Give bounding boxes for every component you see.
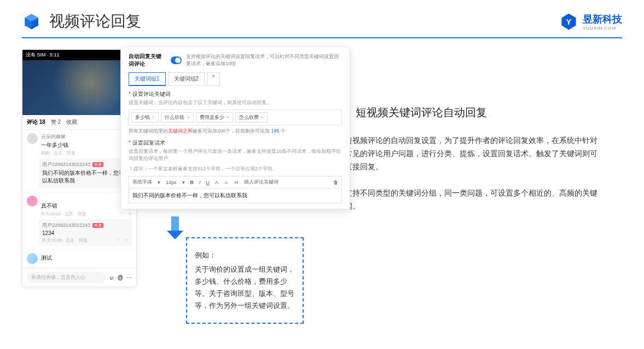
kw-count-note: 所有关键词组里的关键词之和最多可添加200个，目前剩余可添加 195 个 [129, 128, 342, 135]
reply-user: 用户22992143022243 [42, 162, 90, 167]
page-title: 视频评论回复 [49, 11, 141, 32]
svg-text:Y: Y [566, 17, 572, 26]
commenter-name: 云朵的赫赫 [41, 133, 132, 140]
emoji-icon[interactable]: ☺ [109, 274, 114, 281]
example-box: 例如： 关于询价的设置成一组关键词，多少钱、什么价格，费用多少等。关于咨询班型、… [186, 237, 304, 324]
chip: 多少钱× [131, 112, 159, 123]
cube-icon [22, 12, 41, 31]
brand-logo: Y 昱新科技 YUUXIN.COM [559, 12, 622, 31]
reply-hint: 设置回复话术，每回复一个用户评论只发送一条话术，最多支持设置10条不同话术，按添… [129, 148, 342, 162]
auto-reply-desc: 支持根据评论的关键词设置回复话术，可以针对不同类型关键词设置回复话术，最多添加1… [186, 53, 342, 67]
tab-comments[interactable]: 评论 18 [27, 118, 45, 126]
commenter-name [41, 196, 132, 201]
kw-label: 设置评论关键词 [132, 91, 171, 97]
kw-chips[interactable]: 多少钱× 什么价格× 费用是多少× 怎么收费× [129, 110, 342, 125]
author-badge: 作者 [92, 162, 103, 167]
settings-panel: 自动回复关键词评论 支持根据评论的关键词设置回复话术，可以针对不同类型关键词设置… [120, 47, 350, 209]
avatar [27, 133, 38, 144]
avatar [27, 196, 38, 207]
editor-content[interactable]: 我们不同的版本价格不一样，您可以私信联系我 [129, 188, 342, 203]
reply-tip: ！提示：一个富文本框最多支持512个字符，一个汉字占用2个字符。 [129, 165, 342, 173]
tab-fav[interactable]: 收藏 [66, 118, 77, 126]
chip: 怎么收费× [235, 112, 268, 123]
brand-sub: YUUXIN.COM [583, 26, 622, 31]
at-icon[interactable]: @ [118, 274, 123, 281]
comment-meta: 刚刚 · 北京 回复♡ ☆ [41, 150, 132, 156]
comment-text: 真不错 [41, 202, 132, 210]
reply-text: 我们不同的版本价格不一样，您可以私信联系我 [42, 169, 129, 185]
example-heading: 例如： [195, 249, 295, 261]
bullet-2: 支持不同类型的关键词分组，同一类问题，可设置多个相近的、高频的关键词。 [345, 187, 602, 213]
bullet-1: 短视频评论的自动回复设置，为了提升作者的评论回复效率，在系统中针对常见的评论用户… [345, 134, 602, 173]
phone-mock: 没有 SIM · 5:11 评论 18 赞 2 收藏 云朵的赫赫 一年多少钱 刚… [22, 49, 137, 287]
kw-hint: 设置关键词，当评论内容包含了以下关键词，则系统可自动回复。 [129, 99, 342, 106]
kw-group-tab-1[interactable]: 关键词组1 [129, 72, 166, 86]
comment-text: 一年多少钱 [41, 141, 132, 149]
avatar [27, 253, 38, 264]
phone-video-thumb [22, 60, 136, 115]
chip: 什么价格× [161, 112, 193, 123]
arrow-down-icon [167, 216, 183, 238]
brand-name: 昱新科技 [583, 13, 622, 26]
phone-statusbar: 没有 SIM · 5:11 [22, 50, 136, 60]
comment-input[interactable]: 善语结善缘，恶言伤人心 [27, 272, 106, 283]
auto-reply-label: 自动回复关键词评论 [129, 53, 166, 68]
chip: 费用是多少× [196, 112, 233, 123]
auto-reply-toggle[interactable] [171, 56, 182, 64]
phone-tabs: 评论 18 赞 2 收藏 [22, 115, 136, 130]
reply-label: 设置回复话术 [132, 140, 165, 146]
editor-toolbar[interactable]: 系统字体▾ 14px▾ BIUA☺⇔ 插入评论关键词 🗑 [129, 176, 342, 188]
add-group-button[interactable]: + [207, 72, 220, 86]
brand-icon: Y [559, 12, 578, 31]
tab-likes[interactable]: 赞 2 [51, 118, 61, 126]
kw-group-tab-2[interactable]: 关键词组2 [168, 72, 205, 86]
gift-icon[interactable]: ⋯ [126, 274, 132, 281]
example-body: 关于询价的设置成一组关键词，多少钱、什么价格，费用多少等。关于咨询班型、版本、型… [195, 264, 295, 312]
section-title: 短视频关键词评论自动回复 [356, 105, 487, 120]
comment-input-bar[interactable]: 善语结善缘，恶言伤人心 ☺ @ ⋯ [22, 268, 136, 287]
header-divider [22, 37, 622, 38]
